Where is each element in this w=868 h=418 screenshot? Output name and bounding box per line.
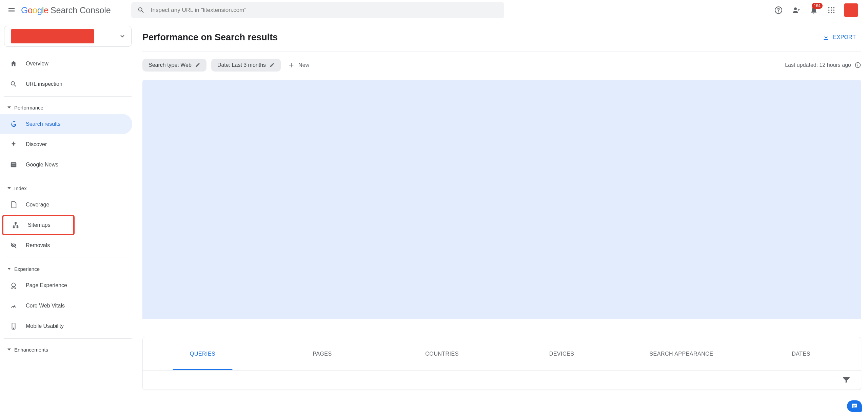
chevron-down-icon bbox=[7, 268, 11, 270]
search-icon bbox=[137, 6, 145, 14]
svg-point-2 bbox=[794, 7, 797, 10]
sidebar: Overview URL inspection Performance Sear… bbox=[0, 20, 136, 418]
property-selector[interactable] bbox=[4, 26, 132, 47]
tab-label: DATES bbox=[792, 351, 810, 357]
sidebar-item-label: Mobile Usability bbox=[26, 323, 64, 329]
apps-grid-icon bbox=[828, 6, 835, 14]
sidebar-item-label: Removals bbox=[26, 242, 50, 248]
help-icon bbox=[774, 6, 783, 14]
sidebar-item-core-web-vitals[interactable]: Core Web Vitals bbox=[0, 296, 132, 316]
news-icon bbox=[9, 161, 18, 169]
divider bbox=[4, 338, 132, 339]
svg-rect-22 bbox=[853, 405, 856, 405]
sidebar-item-label: Sitemaps bbox=[28, 222, 51, 228]
tab-queries[interactable]: QUERIES bbox=[143, 337, 262, 370]
divider bbox=[4, 258, 132, 258]
svg-point-20 bbox=[13, 328, 14, 329]
notifications-button[interactable]: 164 bbox=[809, 5, 818, 15]
notification-badge: 164 bbox=[812, 3, 823, 9]
export-button[interactable]: EXPORT bbox=[817, 30, 861, 44]
sidebar-item-url-inspection[interactable]: URL inspection bbox=[0, 74, 132, 94]
export-label: EXPORT bbox=[833, 34, 856, 40]
sitemap-icon bbox=[12, 221, 20, 229]
svg-point-3 bbox=[828, 7, 830, 8]
svg-rect-13 bbox=[12, 163, 16, 164]
section-index[interactable]: Index bbox=[0, 179, 136, 195]
sidebar-item-mobile-usability[interactable]: Mobile Usability bbox=[0, 316, 132, 336]
tab-countries[interactable]: COUNTRIES bbox=[382, 337, 502, 370]
data-table-card: QUERIES PAGES COUNTRIES DEVICES SEARCH A… bbox=[142, 337, 861, 390]
main-content: Performance on Search results EXPORT Sea… bbox=[136, 20, 868, 418]
svg-rect-16 bbox=[13, 226, 15, 228]
speed-icon bbox=[9, 302, 18, 310]
add-filter-button[interactable]: New bbox=[285, 58, 311, 72]
sidebar-item-label: Search results bbox=[26, 121, 60, 127]
svg-rect-14 bbox=[12, 165, 16, 165]
section-experience[interactable]: Experience bbox=[0, 260, 136, 275]
search-icon bbox=[9, 80, 18, 88]
google-logo: Google bbox=[21, 5, 48, 16]
feedback-fab[interactable] bbox=[847, 400, 862, 412]
hamburger-icon bbox=[7, 6, 16, 14]
table-tabs: QUERIES PAGES COUNTRIES DEVICES SEARCH A… bbox=[143, 337, 861, 371]
svg-point-10 bbox=[831, 12, 832, 14]
help-button[interactable] bbox=[774, 5, 783, 15]
sidebar-item-removals[interactable]: Removals bbox=[0, 235, 132, 256]
plus-icon bbox=[288, 61, 295, 69]
property-thumbnail bbox=[11, 29, 94, 43]
tab-devices[interactable]: DEVICES bbox=[502, 337, 622, 370]
tab-search-appearance[interactable]: SEARCH APPEARANCE bbox=[622, 337, 741, 370]
section-performance[interactable]: Performance bbox=[0, 99, 136, 114]
section-enhancements[interactable]: Enhancements bbox=[0, 341, 136, 356]
sidebar-item-label: Discover bbox=[26, 141, 47, 147]
divider bbox=[142, 52, 861, 52]
account-avatar[interactable] bbox=[844, 3, 858, 17]
section-label: Enhancements bbox=[14, 347, 48, 353]
sidebar-item-page-experience[interactable]: Page Experience bbox=[0, 275, 132, 296]
home-icon bbox=[9, 60, 18, 68]
svg-rect-15 bbox=[15, 222, 17, 224]
user-add-icon bbox=[792, 6, 800, 14]
edit-icon bbox=[269, 62, 275, 68]
url-inspect-input[interactable] bbox=[151, 7, 498, 14]
tab-label: COUNTRIES bbox=[425, 351, 459, 357]
sidebar-item-coverage[interactable]: Coverage bbox=[0, 195, 132, 215]
svg-point-5 bbox=[833, 7, 835, 8]
sidebar-item-google-news[interactable]: Google News bbox=[0, 155, 132, 175]
section-label: Experience bbox=[14, 266, 40, 272]
users-button[interactable] bbox=[791, 5, 801, 15]
svg-point-4 bbox=[831, 7, 832, 8]
filter-chip-search-type[interactable]: Search type: Web bbox=[142, 59, 206, 72]
chevron-down-icon bbox=[7, 349, 11, 351]
sidebar-item-discover[interactable]: Discover bbox=[0, 134, 132, 155]
svg-point-11 bbox=[833, 12, 835, 14]
section-label: Performance bbox=[14, 105, 43, 111]
svg-point-8 bbox=[833, 9, 835, 11]
filter-chip-date[interactable]: Date: Last 3 months bbox=[211, 59, 281, 72]
sidebar-item-label: Page Experience bbox=[26, 282, 67, 288]
edit-icon bbox=[195, 62, 200, 68]
main-menu-button[interactable] bbox=[3, 2, 20, 18]
discover-icon bbox=[9, 140, 18, 148]
tab-label: PAGES bbox=[313, 351, 332, 357]
sidebar-item-sitemaps[interactable]: Sitemaps bbox=[2, 215, 75, 235]
svg-point-1 bbox=[778, 12, 779, 12]
svg-point-6 bbox=[828, 9, 830, 11]
sidebar-item-overview[interactable]: Overview bbox=[0, 54, 132, 74]
table-filter-button[interactable] bbox=[842, 375, 851, 385]
brand-name: Search Console bbox=[51, 5, 111, 15]
sidebar-item-search-results[interactable]: Search results bbox=[0, 114, 132, 134]
url-inspect-search[interactable] bbox=[131, 2, 504, 18]
sidebar-item-label: Google News bbox=[26, 162, 58, 168]
tab-pages[interactable]: PAGES bbox=[262, 337, 382, 370]
performance-chart[interactable] bbox=[142, 80, 861, 319]
brand[interactable]: Google Search Console bbox=[21, 5, 111, 16]
chevron-down-icon bbox=[120, 35, 124, 38]
tab-label: QUERIES bbox=[190, 351, 216, 357]
tab-dates[interactable]: DATES bbox=[741, 337, 861, 370]
apps-button[interactable] bbox=[827, 5, 836, 15]
info-icon[interactable] bbox=[854, 62, 861, 68]
badge-icon bbox=[9, 281, 18, 290]
svg-point-7 bbox=[831, 9, 832, 11]
svg-rect-17 bbox=[17, 226, 19, 228]
